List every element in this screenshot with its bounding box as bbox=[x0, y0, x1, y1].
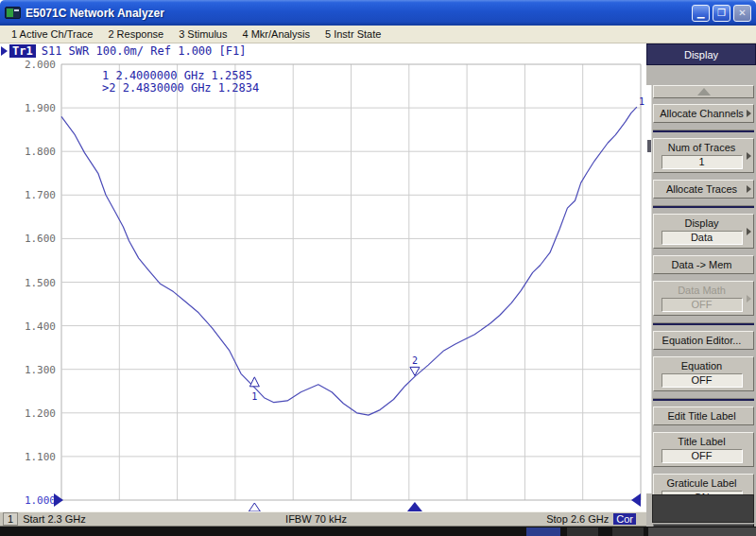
marker-readout-line: >2 2.4830000 GHz 1.2834 bbox=[102, 81, 259, 95]
y-axis-tick-label: 1.100 bbox=[25, 451, 56, 463]
correction-badge: Cor bbox=[613, 513, 636, 525]
app-icon bbox=[5, 7, 21, 19]
softkey-label: Equation bbox=[658, 360, 746, 372]
app-window: E5071C Network Analyzer ▁ ❐ ✕ 1 Active C… bbox=[0, 0, 756, 536]
softkey-menu-title: Display bbox=[646, 43, 756, 65]
softkey-display[interactable]: DisplayData bbox=[653, 214, 754, 249]
window-title: E5071C Network Analyzer bbox=[26, 7, 689, 20]
ifbw-label: IFBW 70 kHz bbox=[86, 513, 546, 525]
softkey-allocate-traces[interactable]: Allocate Traces bbox=[653, 180, 754, 199]
stop-frequency-label: Stop 2.6 GHz bbox=[546, 513, 609, 525]
y-axis-tick-label: 1.600 bbox=[25, 233, 56, 245]
menu-item[interactable]: 1 Active Ch/Trace bbox=[4, 26, 100, 42]
taskbar-edge-strip bbox=[0, 527, 756, 536]
close-button[interactable]: ✕ bbox=[733, 5, 751, 22]
y-axis-tick-label: 1.800 bbox=[25, 146, 56, 158]
taskbar-segment bbox=[567, 527, 598, 536]
trace-format-text: S11 SWR 100.0m/ Ref 1.000 [F1] bbox=[42, 44, 247, 58]
softkey-empty-panel bbox=[652, 494, 754, 523]
y-axis-tick-label: 1.700 bbox=[25, 189, 56, 201]
submenu-arrow-icon bbox=[747, 110, 751, 117]
taskbar-segment bbox=[648, 527, 756, 536]
softkey-label: Display bbox=[658, 217, 746, 229]
softkey-data-mem[interactable]: Data -> Mem bbox=[653, 255, 754, 274]
softkey-value: Data bbox=[662, 231, 743, 245]
y-axis-tick-label: 2.000 bbox=[25, 59, 56, 71]
menu-item[interactable]: 3 Stimulus bbox=[171, 26, 234, 42]
triangle-up-icon bbox=[697, 88, 711, 95]
softkey-separator bbox=[653, 398, 754, 401]
softkey-num-of-traces[interactable]: Num of Traces1 bbox=[653, 138, 754, 173]
marker-triangle-icon bbox=[249, 377, 259, 387]
softkey-title-label[interactable]: Title LabelOFF bbox=[653, 432, 754, 467]
y-axis-tick-label: 1.300 bbox=[25, 364, 56, 376]
softkey-value: OFF bbox=[662, 298, 743, 312]
submenu-arrow-icon bbox=[747, 295, 751, 303]
channel-number-badge: 1 bbox=[3, 512, 18, 526]
trace-chip: Tr1 bbox=[9, 44, 36, 58]
chart-client-area: Tr1 S11 SWR 100.0m/ Ref 1.000 [F1] 2.000… bbox=[0, 43, 646, 511]
softkey-edit-title-label[interactable]: Edit Title Label bbox=[653, 406, 754, 425]
softkey-label: Data -> Mem bbox=[658, 259, 746, 270]
y-axis-tick-label: 1.200 bbox=[25, 407, 56, 420]
submenu-arrow-icon bbox=[747, 185, 751, 193]
ref-level-right-arrow-icon bbox=[631, 493, 641, 507]
softkey-label: Allocate Channels bbox=[658, 108, 746, 119]
marker-stimulus-triangle-icon bbox=[249, 503, 260, 511]
softkey-separator bbox=[653, 130, 754, 132]
softkey-equation-editor[interactable]: Equation Editor... bbox=[653, 331, 754, 350]
softkey-label: Data Math bbox=[658, 285, 746, 296]
marker-number: 1 bbox=[251, 391, 257, 402]
restore-button[interactable]: ❐ bbox=[713, 5, 730, 22]
menu-item[interactable]: 4 Mkr/Analysis bbox=[234, 26, 318, 42]
softkey-scrollbar[interactable] bbox=[646, 85, 652, 493]
softkey-label: Equation Editor... bbox=[658, 335, 746, 346]
menu-item[interactable]: 5 Instr State bbox=[318, 26, 388, 42]
marker-number: 2 bbox=[412, 355, 418, 366]
y-axis-tick-label: 1.000 bbox=[25, 494, 56, 507]
trace-end-number: 1 bbox=[639, 96, 644, 107]
softkey-equation[interactable]: EquationOFF bbox=[653, 356, 754, 391]
y-axis-tick-label: 1.900 bbox=[25, 102, 56, 114]
swr-chart: 2.0001.9001.8001.7001.6001.5001.4001.300… bbox=[0, 43, 646, 511]
softkey-value: OFF bbox=[662, 373, 743, 388]
softkey-list: Allocate ChannelsNum of Traces1Allocate … bbox=[653, 85, 754, 536]
submenu-arrow-icon bbox=[747, 152, 751, 160]
softkey-scrollbar-thumb[interactable] bbox=[647, 140, 651, 152]
y-axis-tick-label: 1.500 bbox=[25, 277, 56, 289]
start-frequency-label: Start 2.3 GHz bbox=[23, 513, 86, 525]
menu-item[interactable]: 2 Response bbox=[100, 26, 171, 42]
softkey-data-math: Data MathOFF bbox=[653, 281, 754, 316]
softkey-label: Graticule Label bbox=[658, 477, 746, 489]
marker-readout-line: 1 2.4000000 GHz 1.2585 bbox=[102, 69, 252, 82]
softkey-label: Edit Title Label bbox=[658, 410, 746, 422]
title-bar: E5071C Network Analyzer ▁ ❐ ✕ bbox=[0, 0, 756, 26]
menu-bar: 1 Active Ch/Trace2 Response3 Stimulus4 M… bbox=[0, 26, 756, 43]
minimize-button[interactable]: ▁ bbox=[692, 5, 710, 22]
softkey-value: OFF bbox=[662, 449, 743, 463]
scroll-up-button[interactable] bbox=[653, 85, 754, 98]
y-axis-tick-label: 1.400 bbox=[25, 320, 56, 333]
trace-status-bar[interactable]: Tr1 S11 SWR 100.0m/ Ref 1.000 [F1] bbox=[1, 44, 246, 58]
taskbar-segment bbox=[526, 527, 560, 536]
taskbar-segment bbox=[612, 527, 644, 536]
active-trace-arrow-icon bbox=[1, 46, 8, 56]
submenu-arrow-icon bbox=[747, 228, 751, 235]
softkey-label: Allocate Traces bbox=[658, 183, 746, 195]
softkey-label: Num of Traces bbox=[658, 142, 746, 153]
softkey-label: Title Label bbox=[658, 436, 746, 447]
softkey-allocate-channels[interactable]: Allocate Channels bbox=[653, 104, 754, 123]
softkey-separator bbox=[653, 322, 754, 325]
status-bar: 1 Start 2.3 GHz IFBW 70 kHz Stop 2.6 GHz… bbox=[0, 511, 646, 527]
softkey-value: 1 bbox=[662, 155, 743, 169]
softkey-sidebar: Display Allocate ChannelsNum of Traces1A… bbox=[646, 43, 756, 527]
softkey-separator bbox=[653, 205, 754, 208]
active-marker-stimulus-triangle-icon bbox=[407, 502, 422, 511]
